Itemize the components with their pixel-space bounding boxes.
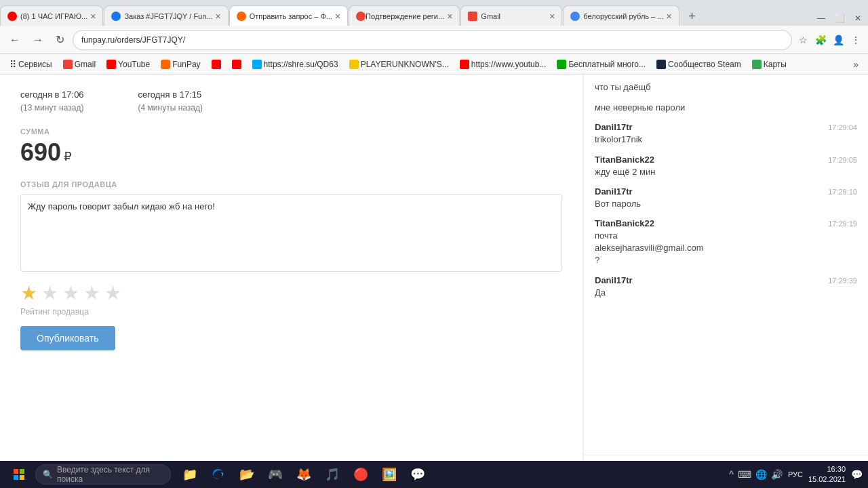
taskbar-time: 16:30 15.02.2021 (808, 464, 846, 485)
tab-1-title: (8) 1 ЧАС ИГРАЮ... (20, 12, 87, 20)
bookmark-yt3[interactable] (228, 58, 245, 70)
taskbar-app-7[interactable]: 🔴 (347, 464, 374, 485)
youtube-favicon (106, 60, 116, 69)
chat-time-1: 17:29:04 (828, 123, 857, 131)
chat-time-3: 17:29:10 (828, 188, 857, 196)
taskbar-app-5[interactable]: 🦊 (290, 464, 317, 485)
minimize-button[interactable]: — (813, 11, 829, 26)
bookmark-youtube[interactable]: YouTube (102, 58, 154, 70)
taskbar-notification-icon[interactable]: 💬 (851, 469, 863, 480)
star-5[interactable]: ★ (104, 282, 121, 304)
address-bar[interactable]: funpay.ru/orders/JFGT7JQY/ (73, 30, 792, 50)
bookmark-gmail[interactable]: Gmail (59, 58, 100, 70)
back-button[interactable]: ← (5, 31, 24, 49)
tab-2-close[interactable]: × (216, 11, 221, 22)
taskbar-up-arrow[interactable]: ^ (729, 469, 734, 480)
chat-text-0a: что ты даёщб (595, 81, 857, 94)
bookmark-free-label: Бесплатный много... (568, 60, 646, 69)
chat-msg-0a: что ты даёщб (595, 81, 857, 94)
tab-3-close[interactable]: × (335, 11, 340, 22)
bookmark-maps[interactable]: Карты (748, 58, 791, 70)
chat-username-5: Danil17tr (595, 275, 633, 285)
chat-text-2: жду ещё 2 мин (595, 166, 857, 178)
chat-msg-5-header: Danil17tr 17:29:39 (595, 275, 857, 285)
taskbar-search-icon: 🔍 (43, 470, 53, 479)
forward-button[interactable]: → (28, 31, 47, 49)
tab-5-close[interactable]: × (549, 11, 555, 22)
tab-1[interactable]: (8) 1 ЧАС ИГРАЮ... × (0, 5, 103, 26)
chat-text-1: trikolor17nik (595, 134, 857, 146)
profile-icon[interactable]: 👤 (831, 33, 845, 47)
tab-2-title: Заказ #JFGT7JQY / Fun... (124, 12, 212, 20)
star-2[interactable]: ★ (41, 282, 58, 304)
bookmark-star-icon[interactable]: ☆ (796, 33, 810, 47)
bookmark-free[interactable]: Бесплатный много... (553, 58, 650, 70)
time-sub-2: (4 минуты назад) (138, 102, 203, 114)
tab-3[interactable]: Отправить запрос – Ф... × (229, 5, 348, 26)
taskbar-app-1[interactable]: 📁 (176, 464, 203, 485)
sum-label: СУММА (20, 127, 562, 136)
tab-6-title: белорусский рубль – ... (583, 12, 663, 20)
bookmark-yt4[interactable]: https://www.youtub... (456, 58, 551, 70)
star-3[interactable]: ★ (62, 282, 79, 304)
time-block-1: сегодня в 17:06 (13 минут назад) (20, 88, 84, 114)
tab-1-close[interactable]: × (90, 11, 96, 22)
chat-msg-5: Danil17tr 17:29:39 Да (595, 275, 857, 299)
tab-5[interactable]: Gmail × (460, 5, 562, 26)
bookmark-pubg-label: PLAYERUNKNOWN'S... (361, 60, 449, 69)
nav-icons: ☆ 🧩 👤 ⋮ (796, 33, 863, 47)
chat-msg-2-header: TitanBanick22 17:29:05 (595, 155, 857, 165)
svg-rect-1 (20, 469, 24, 474)
bookmark-services[interactable]: ⠿ Сервисы (5, 58, 56, 71)
publish-button[interactable]: Опубликовать (20, 326, 115, 350)
taskbar-clock: 16:30 (808, 464, 846, 474)
new-tab-button[interactable]: + (683, 7, 702, 26)
tab-4[interactable]: Подтверждение реги... × (349, 5, 460, 26)
time-main-1: сегодня в 17:06 (20, 88, 84, 102)
bookmarks-more-icon[interactable]: » (849, 58, 863, 71)
taskbar-app-edge[interactable] (205, 464, 232, 485)
refresh-button[interactable]: ↻ (52, 30, 68, 49)
start-button[interactable] (5, 464, 33, 485)
browser-chrome: (8) 1 ЧАС ИГРАЮ... × Заказ #JFGT7JQY / F… (0, 0, 868, 75)
extension-icon[interactable]: 🧩 (814, 33, 827, 47)
menu-icon[interactable]: ⋮ (849, 33, 863, 47)
bookmark-steam[interactable]: Сообщество Steam (652, 58, 745, 70)
tab-6-close[interactable]: × (666, 11, 671, 22)
bookmark-shre[interactable]: https://shre.su/QD63 (248, 58, 342, 70)
tab-6[interactable]: белорусский рубль – ... × (563, 5, 679, 26)
rating-label: Рейтинг продавца (20, 307, 562, 317)
star-1[interactable]: ★ (20, 282, 37, 304)
tab-3-title: Отправить запрос – Ф... (250, 12, 332, 20)
taskbar-network-icon[interactable]: 🌐 (755, 469, 767, 480)
maximize-button[interactable]: ⬜ (831, 11, 849, 26)
taskbar-app-4[interactable]: 🎮 (262, 464, 289, 485)
chat-time-4: 17:29:19 (828, 220, 857, 228)
tab-4-title: Подтверждение реги... (366, 12, 444, 20)
stars-row: ★ ★ ★ ★ ★ (20, 282, 562, 304)
chat-text-4: почтаaleksejharasvili@gmail.com? (595, 230, 857, 267)
maps-favicon (752, 60, 762, 69)
chat-msg-1: Danil17tr 17:29:04 trikolor17nik (595, 122, 857, 146)
taskbar-app-9[interactable]: 💬 (404, 464, 431, 485)
chat-username-4: TitanBanick22 (595, 218, 654, 228)
taskbar-app-explorer[interactable]: 📂 (233, 464, 260, 485)
taskbar-keyboard-icon[interactable]: ⌨ (738, 469, 751, 480)
bookmark-funpay[interactable]: FunPay (157, 58, 204, 70)
taskbar-sound-icon[interactable]: 🔊 (771, 469, 783, 480)
taskbar-app-6[interactable]: 🎵 (319, 464, 346, 485)
review-textarea[interactable]: Жду пароль говорит забыл кидаю жб на нег… (20, 194, 562, 272)
tab-4-close[interactable]: × (447, 11, 452, 22)
tab-2[interactable]: Заказ #JFGT7JQY / Fun... × (104, 5, 228, 26)
chat-msg-1-header: Danil17tr 17:29:04 (595, 122, 857, 132)
chat-text-0b: мне неверные пароли (595, 102, 857, 114)
taskbar-apps: 📁 📂 🎮 🦊 🎵 🔴 🖼️ 💬 (176, 464, 431, 485)
bookmark-shre-label: https://shre.su/QD63 (264, 60, 338, 69)
time-row: сегодня в 17:06 (13 минут назад) сегодня… (20, 88, 562, 114)
taskbar-search[interactable]: 🔍 Введите здесь текст для поиска (35, 464, 171, 485)
taskbar-app-8[interactable]: 🖼️ (376, 464, 403, 485)
bookmark-pubg[interactable]: PLAYERUNKNOWN'S... (345, 58, 453, 70)
star-4[interactable]: ★ (83, 282, 100, 304)
close-window-button[interactable]: ✕ (850, 11, 865, 26)
bookmark-yt2[interactable] (208, 58, 225, 70)
